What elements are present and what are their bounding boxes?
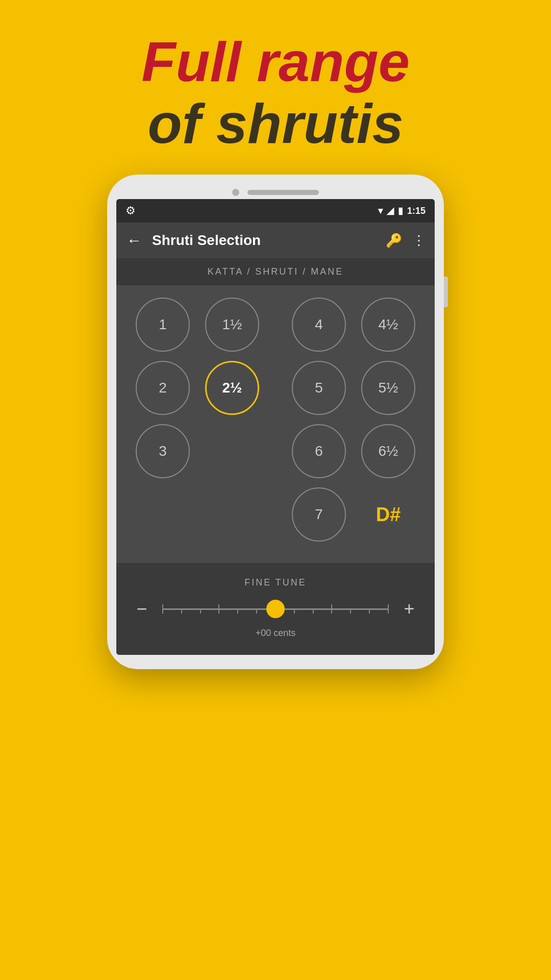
key-icon[interactable]: 🔑 (386, 233, 402, 249)
tick (294, 608, 295, 614)
shruti-button-4[interactable]: 4 (292, 298, 346, 352)
toolbar-title: Shruti Selection (152, 232, 386, 249)
shruti-button-7[interactable]: 7 (292, 487, 346, 542)
phone-frame: ⚙ ▾ ◢ ▮ 1:15 ← Shruti Selection 🔑 ⋮ (107, 175, 444, 669)
slider-container[interactable] (162, 599, 389, 619)
tick (162, 604, 163, 614)
subtitle-bar: KATTA / SHRUTI / MANE (116, 258, 435, 285)
shruti-button-4half[interactable]: 4½ (361, 298, 415, 352)
more-options-icon[interactable]: ⋮ (412, 233, 424, 249)
signal-icon: ◢ (387, 205, 394, 216)
promo-line2: of shrutis (141, 92, 410, 154)
minus-button[interactable]: − (132, 598, 152, 620)
tick (388, 604, 389, 614)
phone-wrapper: ⚙ ▾ ◢ ▮ 1:15 ← Shruti Selection 🔑 ⋮ (102, 175, 449, 980)
settings-icon: ⚙ (126, 204, 136, 217)
back-button[interactable]: ← (127, 232, 142, 249)
empty-cell (205, 424, 259, 478)
slider-row: − (132, 598, 419, 620)
battery-icon: ▮ (398, 205, 403, 216)
shruti-button-2half[interactable]: 2½ (205, 361, 259, 415)
empty-cell-2 (136, 487, 190, 542)
tick (200, 608, 201, 614)
shruti-button-1half[interactable]: 1½ (205, 298, 259, 352)
phone-camera (232, 189, 239, 196)
tick (181, 608, 182, 614)
shruti-button-5half[interactable]: 5½ (361, 361, 415, 415)
dsharp-label: D# (361, 487, 415, 542)
tick (369, 608, 370, 614)
slider-track (162, 608, 389, 610)
fine-tune-section: FINE TUNE − (116, 563, 435, 655)
shruti-button-2[interactable]: 2 (136, 361, 190, 415)
shruti-button-1[interactable]: 1 (136, 298, 190, 352)
phone-side-button (444, 277, 448, 307)
shruti-grid: 1 1½ 4 4½ 2 2½ 5 5½ 3 6 6½ (116, 285, 435, 563)
status-left: ⚙ (126, 204, 136, 217)
tick (331, 604, 332, 614)
toolbar-icons: 🔑 ⋮ (386, 233, 424, 249)
wifi-icon: ▾ (378, 205, 383, 216)
subtitle-text: KATTA / SHRUTI / MANE (208, 266, 343, 277)
promo-header: Full range of shrutis (141, 31, 410, 154)
tick (350, 608, 351, 614)
shruti-button-5[interactable]: 5 (292, 361, 346, 415)
status-time: 1:15 (407, 206, 425, 216)
shruti-button-6half[interactable]: 6½ (361, 424, 415, 478)
fine-tune-label: FINE TUNE (132, 577, 419, 588)
tick (218, 604, 219, 614)
plus-button[interactable]: + (399, 598, 419, 620)
app-toolbar: ← Shruti Selection 🔑 ⋮ (116, 223, 435, 258)
tick (313, 608, 314, 614)
status-right: ▾ ◢ ▮ 1:15 (378, 205, 425, 216)
tick (237, 608, 238, 614)
shruti-button-3[interactable]: 3 (136, 424, 190, 478)
status-bar: ⚙ ▾ ◢ ▮ 1:15 (116, 199, 435, 223)
phone-speaker (247, 190, 319, 195)
app-screen: ⚙ ▾ ◢ ▮ 1:15 ← Shruti Selection 🔑 ⋮ (116, 199, 435, 655)
shruti-button-6[interactable]: 6 (292, 424, 346, 478)
phone-top (116, 189, 435, 196)
empty-cell-3 (205, 487, 259, 542)
tick (256, 608, 257, 614)
cents-label: +00 cents (132, 628, 419, 639)
slider-thumb[interactable] (266, 600, 285, 618)
promo-line1: Full range (141, 31, 410, 92)
